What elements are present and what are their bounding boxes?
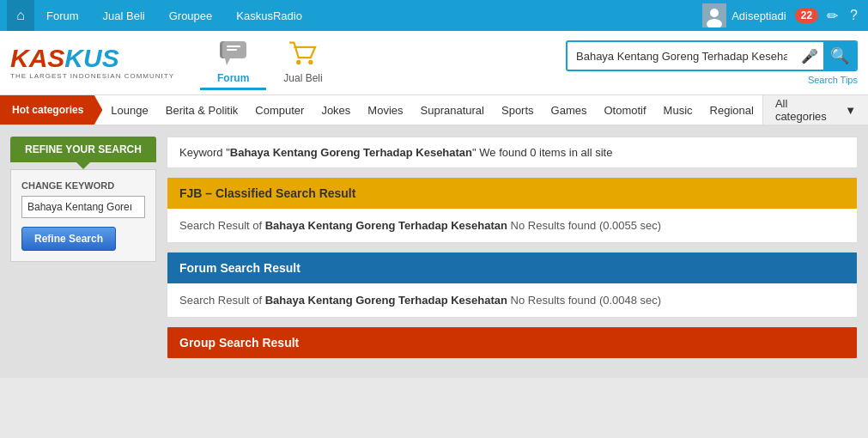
search-box: 🎤 🔍 [566, 40, 858, 71]
info-keyword: Bahaya Kentang Goreng Terhadap Kesehatan [230, 146, 472, 159]
nav-icon-jualbeli[interactable]: Jual Beli [266, 36, 339, 90]
help-icon[interactable]: ? [847, 4, 861, 27]
svg-rect-7 [227, 49, 237, 51]
search-button[interactable]: 🔍 [823, 42, 856, 70]
chevron-down-icon: ▼ [845, 104, 856, 117]
forum-bubble-icon [218, 40, 249, 70]
cat-computer[interactable]: Computer [246, 95, 313, 125]
top-nav-links: Forum Jual Beli Groupee KaskusRadio [34, 0, 702, 31]
username-label[interactable]: Adiseptiadi [731, 9, 786, 22]
fjb-section-header: FJB – Classified Search Result [167, 178, 857, 209]
search-area: 🎤 🔍 Search Tips [566, 40, 858, 85]
cat-berita[interactable]: Berita & Politik [157, 95, 247, 125]
avatar [702, 3, 726, 27]
logo-kus: KUS [64, 46, 118, 71]
fjb-result-section: FJB – Classified Search Result Search Re… [167, 177, 858, 243]
keyword-input[interactable] [21, 196, 145, 218]
info-post: " We found 0 items in all site [472, 146, 612, 159]
fjb-body-post: No Results found (0.0055 sec) [507, 219, 661, 232]
info-pre: Keyword " [179, 146, 230, 159]
nav-icon-forum[interactable]: Forum [200, 36, 266, 90]
forum-result-section: Forum Search Result Search Result of Bah… [167, 252, 858, 318]
logo-subtitle: THE LARGEST INDONESIAN COMMUNITY [10, 72, 174, 80]
cart-icon [288, 40, 319, 70]
forum-body-keyword: Bahaya Kentang Goreng Terhadap Kesehatan [265, 294, 507, 307]
forum-section-header: Forum Search Result [167, 252, 857, 283]
refine-search-button[interactable]: Refine Search [21, 227, 116, 251]
nav-jualbeli[interactable]: Jual Beli [91, 0, 157, 31]
logo-kas: KAS [10, 46, 64, 71]
forum-body-post: No Results found (0.0048 sec) [507, 294, 661, 307]
edit-icon[interactable]: ✏ [823, 4, 841, 27]
top-navigation: ⌂ Forum Jual Beli Groupee KaskusRadio Ad… [0, 0, 868, 31]
cat-regional[interactable]: Regional [701, 95, 762, 125]
site-header: KASKUS THE LARGEST INDONESIAN COMMUNITY … [0, 31, 868, 95]
category-bar: Hot categories Lounge Berita & Politik C… [0, 95, 868, 126]
sidebar: REFINE YOUR SEARCH CHANGE KEYWORD Refine… [10, 137, 156, 368]
nav-kaskusradio[interactable]: KaskusRadio [224, 0, 314, 31]
cat-otomotif[interactable]: Otomotif [595, 95, 654, 125]
notification-badge[interactable]: 22 [795, 8, 818, 23]
svg-point-1 [710, 9, 719, 17]
home-icon: ⌂ [16, 8, 25, 23]
kaskus-logo: KASKUS [10, 46, 174, 71]
fjb-section-body: Search Result of Bahaya Kentang Goreng T… [167, 209, 857, 242]
forum-section-body: Search Result of Bahaya Kentang Goreng T… [167, 283, 857, 317]
mic-button[interactable]: 🎤 [796, 48, 823, 64]
hot-categories-button[interactable]: Hot categories [0, 95, 102, 125]
sidebar-body: CHANGE KEYWORD Refine Search [10, 169, 156, 262]
home-button[interactable]: ⌂ [7, 0, 34, 31]
group-result-section: Group Search Result [167, 326, 858, 359]
top-nav-right: Adiseptiadi 22 ✏ ? [702, 3, 861, 27]
group-section-header: Group Search Result [167, 327, 857, 358]
refine-header: REFINE YOUR SEARCH [10, 137, 156, 162]
fjb-body-keyword: Bahaya Kentang Goreng Terhadap Kesehatan [265, 219, 507, 232]
cat-movies[interactable]: Movies [359, 95, 411, 125]
jualbeli-icon-label: Jual Beli [283, 72, 322, 84]
svg-rect-6 [227, 46, 240, 47]
fjb-body-pre: Search Result of [179, 219, 265, 232]
header-nav-icons: Forum Jual Beli [200, 36, 340, 90]
svg-point-9 [308, 59, 313, 64]
logo-area: KASKUS THE LARGEST INDONESIAN COMMUNITY [10, 46, 174, 80]
nav-forum[interactable]: Forum [34, 0, 91, 31]
cat-sports[interactable]: Sports [493, 95, 543, 125]
svg-marker-5 [225, 58, 230, 65]
results-area: Keyword "Bahaya Kentang Goreng Terhadap … [167, 137, 858, 368]
cat-music[interactable]: Music [655, 95, 701, 125]
all-categories-label: All categories [775, 97, 841, 123]
search-tips-link[interactable]: Search Tips [808, 75, 858, 85]
cat-games[interactable]: Games [543, 95, 596, 125]
nav-groupee[interactable]: Groupee [157, 0, 225, 31]
all-categories-button[interactable]: All categories ▼ [762, 95, 868, 125]
cat-jokes[interactable]: Jokes [313, 95, 359, 125]
search-input[interactable] [568, 50, 796, 63]
cat-supranatural[interactable]: Supranatural [412, 95, 493, 125]
result-info-bar: Keyword "Bahaya Kentang Goreng Terhadap … [167, 137, 858, 168]
main-content: REFINE YOUR SEARCH CHANGE KEYWORD Refine… [0, 126, 868, 378]
cat-lounge[interactable]: Lounge [102, 95, 156, 125]
forum-icon-label: Forum [217, 72, 249, 84]
forum-body-pre: Search Result of [179, 294, 265, 307]
svg-point-8 [296, 59, 300, 64]
change-keyword-label: CHANGE KEYWORD [21, 180, 145, 191]
